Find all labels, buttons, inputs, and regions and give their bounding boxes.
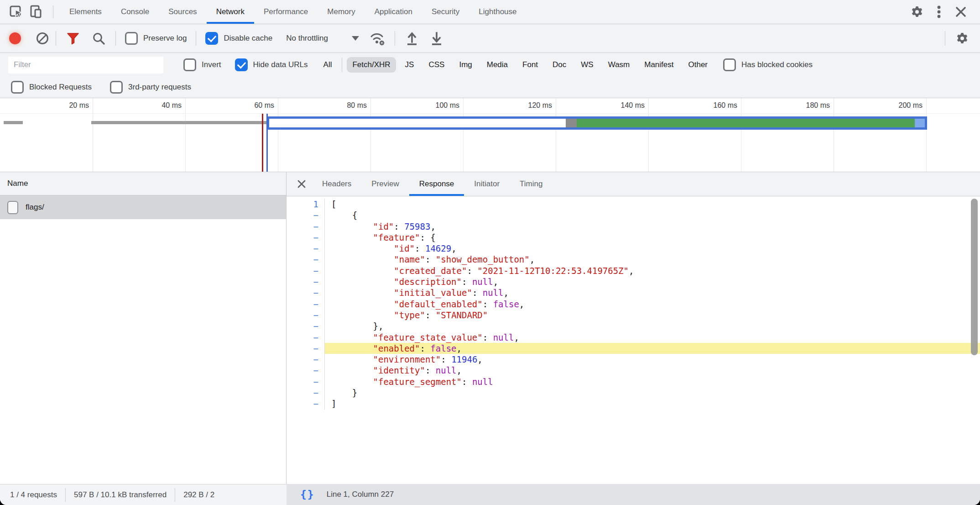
chip-js[interactable]: JS	[400, 57, 420, 73]
gutter-fold-marker[interactable]: −	[287, 243, 325, 254]
status-segment: 597 B / 10.1 kB transferred	[74, 490, 167, 500]
checkbox-unchecked	[723, 58, 736, 71]
gutter-fold-marker[interactable]: −	[287, 299, 325, 310]
tab-elements[interactable]: Elements	[60, 0, 111, 24]
network-overview-timeline[interactable]: 20 ms40 ms60 ms80 ms100 ms120 ms140 ms16…	[0, 98, 980, 172]
code-line-content: "default_enabled": false,	[325, 299, 980, 310]
gutter-fold-marker[interactable]: −	[287, 354, 325, 365]
search-icon[interactable]	[89, 29, 108, 48]
code-line-content: "enabled": false,	[325, 343, 980, 354]
chip-wasm[interactable]: Wasm	[603, 57, 636, 73]
code-line-content: "description": null,	[325, 276, 980, 287]
close-devtools-icon[interactable]	[950, 6, 972, 18]
import-har-icon[interactable]	[402, 29, 422, 48]
tab-headers[interactable]: Headers	[312, 172, 361, 196]
gutter-fold-marker[interactable]: −	[287, 387, 325, 398]
code-line: − "environment": 11946,	[287, 354, 980, 365]
device-toolbar-icon[interactable]	[26, 0, 47, 24]
ruler-gridline	[463, 98, 464, 172]
chip-img[interactable]: Img	[454, 57, 477, 73]
tab-memory[interactable]: Memory	[318, 0, 365, 24]
disable-cache-checkbox[interactable]: Disable cache	[205, 32, 272, 45]
gutter-fold-marker[interactable]: −	[287, 310, 325, 321]
gutter-fold-marker[interactable]: −	[287, 265, 325, 276]
chip-ws[interactable]: WS	[575, 57, 599, 73]
divider	[342, 58, 342, 72]
export-har-icon[interactable]	[427, 29, 446, 48]
chip-manifest[interactable]: Manifest	[639, 57, 679, 73]
chip-media[interactable]: Media	[481, 57, 513, 73]
checkbox-checked	[205, 32, 218, 45]
gutter-fold-marker[interactable]: −	[287, 232, 325, 243]
response-body-viewer[interactable]: 1[− {− "id": 75983,− "feature": {− "id":…	[287, 196, 980, 484]
has-blocked-cookies-checkbox[interactable]: Has blocked cookies	[723, 58, 813, 71]
invert-checkbox[interactable]: Invert	[183, 58, 221, 71]
clear-network-log-icon[interactable]	[36, 32, 48, 44]
tab-timing[interactable]: Timing	[510, 172, 553, 196]
request-row-flags[interactable]: flags/	[0, 195, 286, 219]
close-details-icon[interactable]	[291, 172, 312, 196]
name-column-header[interactable]: Name	[0, 172, 286, 195]
chip-font[interactable]: Font	[517, 57, 543, 73]
tab-sources[interactable]: Sources	[159, 0, 206, 24]
filter-input[interactable]	[8, 57, 163, 74]
divider	[196, 31, 196, 46]
tab-performance[interactable]: Performance	[254, 0, 318, 24]
hide-data-urls-checkbox[interactable]: Hide data URLs	[235, 58, 308, 71]
chip-css[interactable]: CSS	[423, 57, 450, 73]
gutter-fold-marker[interactable]: −	[287, 343, 325, 354]
tab-security[interactable]: Security	[422, 0, 469, 24]
ruler-gridline	[278, 98, 278, 172]
record-network-log-icon[interactable]	[9, 32, 21, 44]
gutter-fold-marker[interactable]: −	[287, 398, 325, 409]
code-line-content: "feature_state_value": null,	[325, 332, 980, 343]
ruler-gridline	[834, 98, 834, 172]
load-event-marker	[266, 114, 268, 172]
gutter-fold-marker[interactable]: −	[287, 276, 325, 287]
chip-doc[interactable]: Doc	[547, 57, 572, 73]
gutter-fold-marker[interactable]: −	[287, 287, 325, 298]
chip-all[interactable]: All	[318, 57, 338, 73]
gutter-fold-marker[interactable]: −	[287, 221, 325, 232]
code-line: − "enabled": false,	[287, 343, 980, 354]
tab-lighthouse[interactable]: Lighthouse	[469, 0, 526, 24]
divider	[65, 488, 66, 502]
request-details-pane: Headers Preview Response Initiator Timin…	[287, 172, 980, 484]
gutter-fold-marker[interactable]: 1	[287, 199, 325, 210]
code-line-content: },	[325, 321, 980, 331]
code-line: − "id": 75983,	[287, 221, 980, 232]
network-conditions-icon[interactable]	[368, 29, 387, 48]
network-settings-gear-icon[interactable]	[953, 29, 972, 48]
tab-preview[interactable]: Preview	[361, 172, 409, 196]
third-party-requests-checkbox[interactable]: 3rd-party requests	[110, 81, 191, 94]
chip-other[interactable]: Other	[683, 57, 714, 73]
vertical-scrollbar-thumb[interactable]	[971, 199, 978, 355]
gutter-fold-marker[interactable]: −	[287, 210, 325, 221]
code-line-content: {	[325, 210, 980, 221]
code-line: − "name": "show_demo_button",	[287, 254, 980, 265]
gutter-fold-marker[interactable]: −	[287, 376, 325, 387]
chip-fetch-xhr[interactable]: Fetch/XHR	[347, 57, 396, 73]
tab-initiator[interactable]: Initiator	[464, 172, 510, 196]
gutter-fold-marker[interactable]: −	[287, 321, 325, 331]
tab-application[interactable]: Application	[365, 0, 422, 24]
code-line: − "feature": {	[287, 232, 980, 243]
request-type-chips: All Fetch/XHR JS CSS Img Media Font Doc …	[316, 57, 715, 73]
inspect-element-icon[interactable]	[6, 0, 26, 24]
throttling-dropdown[interactable]: No throttling	[286, 34, 359, 43]
more-options-kebab-icon[interactable]	[928, 4, 950, 20]
blocked-requests-checkbox[interactable]: Blocked Requests	[11, 81, 92, 94]
gutter-fold-marker[interactable]: −	[287, 332, 325, 343]
preserve-log-checkbox[interactable]: Preserve log	[125, 32, 187, 45]
gutter-fold-marker[interactable]: −	[287, 365, 325, 376]
gutter-fold-marker[interactable]: −	[287, 254, 325, 265]
tab-network[interactable]: Network	[207, 0, 254, 24]
pretty-print-braces-icon[interactable]: {}	[300, 489, 315, 500]
tab-response[interactable]: Response	[409, 172, 464, 196]
settings-gear-icon[interactable]	[906, 5, 928, 19]
code-line: − "created_date": "2021-11-12T10:22:53.4…	[287, 265, 980, 276]
code-line-content: "type": "STANDARD"	[325, 310, 980, 321]
code-line: 1[	[287, 199, 980, 210]
tab-console[interactable]: Console	[111, 0, 159, 24]
filter-funnel-icon[interactable]	[63, 29, 83, 48]
